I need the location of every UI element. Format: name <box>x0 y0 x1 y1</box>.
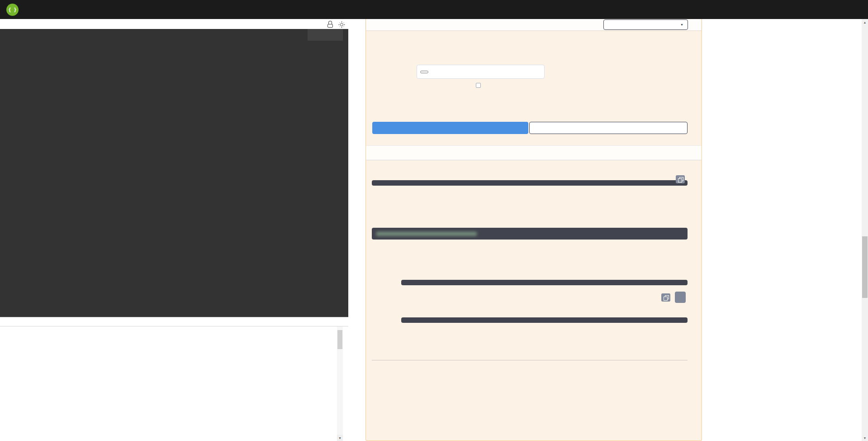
top-navbar: { } <box>0 0 868 19</box>
response-headers-block <box>401 317 688 323</box>
send-empty-checkbox[interactable] <box>476 83 481 88</box>
copy-icon[interactable] <box>661 293 670 302</box>
file-input[interactable] <box>417 65 545 79</box>
scrollbar-down-arrow[interactable]: ▼ <box>337 435 343 441</box>
code-editor[interactable] <box>0 29 348 317</box>
lock-body <box>327 24 333 28</box>
error-panel-scrollbar[interactable]: ▼ <box>337 326 343 441</box>
logo-glyph: { } <box>8 7 16 12</box>
editor-toolbar <box>0 19 348 29</box>
scrollbar-thumb[interactable] <box>337 330 342 349</box>
swagger-logo-icon: { } <box>6 4 19 16</box>
response-body-controls <box>661 292 686 303</box>
minimap-viewport[interactable] <box>308 29 343 41</box>
scrollbar-thumb[interactable] <box>862 236 868 298</box>
marker-strip[interactable] <box>343 29 348 317</box>
window-scrollbar[interactable]: ▲ ▼ <box>862 19 868 441</box>
execute-button[interactable] <box>372 122 528 134</box>
responses-section-header <box>366 145 702 160</box>
clear-button[interactable] <box>529 122 688 134</box>
swagger-editor-brand[interactable]: { } <box>6 4 23 16</box>
error-panel: ▼ <box>0 317 348 441</box>
redacted-blur <box>376 232 477 236</box>
choose-file-button[interactable] <box>420 71 428 73</box>
put-operation-block: ▼ <box>365 19 702 441</box>
error-panel-header <box>0 317 348 326</box>
lock-icon[interactable] <box>327 21 334 28</box>
request-url-block <box>372 228 688 240</box>
minimap[interactable] <box>308 29 343 317</box>
content-type-select[interactable]: ▼ <box>603 19 688 30</box>
scrollbar-up-arrow[interactable]: ▲ <box>862 19 868 25</box>
sun-core <box>340 23 343 26</box>
scrollbar-down-arrow[interactable]: ▼ <box>862 435 868 441</box>
responses-table-divider <box>372 360 688 360</box>
lock-shackle <box>328 21 332 24</box>
curl-command-block <box>372 180 688 186</box>
response-body-block <box>401 280 688 285</box>
request-body-section-header: ▼ <box>366 19 702 30</box>
chevron-down-icon: ▼ <box>680 23 683 26</box>
theme-sun-icon[interactable] <box>338 21 345 28</box>
copy-icon[interactable] <box>676 175 685 183</box>
api-docs-pane: ▼ <box>360 19 862 441</box>
request-body-title <box>372 21 375 28</box>
download-button[interactable] <box>675 292 686 303</box>
error-rows <box>0 326 348 367</box>
